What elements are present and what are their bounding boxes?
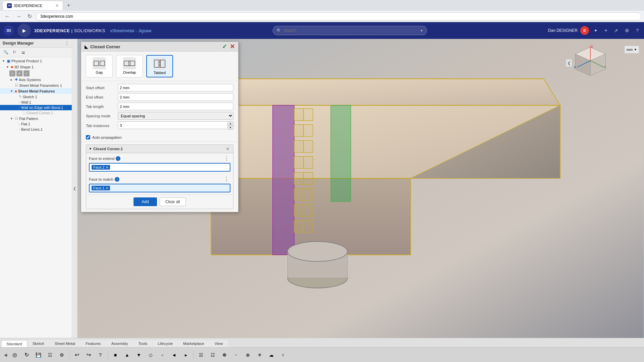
panel-collapse-button[interactable]: ❮ [72, 39, 77, 338]
toolbar-btn-help[interactable]: ? [95, 350, 106, 360]
cc-section-close-button[interactable]: ✕ [225, 146, 230, 152]
reload-button[interactable]: ↻ [25, 12, 34, 21]
tree-item[interactable]: ▫ Wall.1 [0, 100, 72, 105]
help-button[interactable]: ? [634, 26, 641, 35]
toolbar-btn-9[interactable]: ◇ [145, 350, 156, 360]
forward-button[interactable]: → [14, 12, 23, 21]
toolbar-btn-4[interactable]: ☷ [45, 350, 55, 360]
search-input[interactable] [284, 28, 418, 33]
panel-tool-1[interactable]: 🔍 [2, 49, 9, 56]
unit-dropdown[interactable]: mm ▼ [624, 46, 639, 54]
expand-icon[interactable]: ▼ [5, 65, 10, 69]
tree-item[interactable]: ► ✚ Axis Systems [0, 77, 72, 82]
toolbar-btn-undo[interactable]: ↩ [71, 350, 82, 360]
share-button[interactable]: ⇗ [612, 26, 620, 35]
dialog-titlebar[interactable]: ◣ Closed Corner ✓ ✕ [81, 42, 238, 52]
dialog-cancel-button[interactable]: ✕ [230, 44, 235, 50]
gap-type-button[interactable]: Gap [86, 55, 113, 77]
tab-standard[interactable]: Standard [1, 340, 27, 347]
start-offset-input[interactable] [118, 84, 233, 92]
face-to-extend-more-button[interactable]: ⋮ [222, 155, 230, 162]
panel-collapse-arrow[interactable]: ❮ [566, 59, 572, 67]
toolbar-btn-20[interactable]: ♀ [278, 350, 288, 360]
tab-view[interactable]: View [210, 340, 228, 347]
expand-icon[interactable]: ► [9, 77, 14, 82]
tabbed-type-button[interactable]: Tabbed [146, 55, 173, 77]
tab-lifecycle[interactable]: Lifecycle [153, 340, 178, 347]
auto-propagation-checkbox[interactable] [86, 135, 90, 139]
toolbar-btn-11[interactable]: ◄ [169, 350, 179, 360]
toolbar-btn-14[interactable]: ☷ [207, 350, 218, 360]
tab-instances-input[interactable] [118, 121, 228, 129]
tree-item[interactable]: ▫ Flat.1 [0, 121, 72, 127]
toolbar-btn-13[interactable]: ☵ [196, 350, 206, 360]
face-to-extend-info-icon[interactable]: i [116, 156, 120, 161]
toolbar-btn-16[interactable]: − [231, 350, 241, 360]
toolbar-expand-btn[interactable]: ◀ [3, 352, 8, 358]
user-avatar[interactable]: D [580, 26, 589, 35]
toolbar-btn-15[interactable]: ☸ [219, 350, 230, 360]
expand-icon[interactable]: ▼ [9, 116, 14, 121]
toolbar-btn-7[interactable]: ▲ [122, 350, 132, 360]
face-to-extend-input[interactable]: Face.2 ✕ [89, 163, 230, 172]
toolbar-btn-19[interactable]: ☁ [266, 350, 277, 360]
back-button[interactable]: ← [3, 12, 12, 21]
panel-tool-3[interactable]: ⚌ [19, 49, 27, 56]
app-media-controls[interactable]: ▶ [17, 24, 31, 37]
add-button[interactable]: Add [133, 197, 157, 206]
toolbar-btn-18[interactable]: ☀ [254, 350, 265, 360]
face-to-match-info-icon[interactable]: i [115, 177, 119, 182]
address-bar[interactable] [36, 12, 641, 20]
tree-item[interactable]: ▼ ▣ Physical Product 1 [0, 58, 72, 64]
face-to-match-more-button[interactable]: ⋮ [222, 176, 230, 182]
tree-item[interactable]: ▫ Bend Lines.1 [0, 127, 72, 132]
toolbar-btn-8[interactable]: ▼ [133, 350, 144, 360]
instances-up-button[interactable]: ▲ [228, 122, 233, 126]
search-dropdown-icon[interactable]: ▼ [420, 29, 423, 33]
end-offset-input[interactable] [118, 93, 233, 101]
cc-section-collapse-icon[interactable]: ▼ [89, 147, 92, 150]
compass-button[interactable]: ✦ [592, 26, 600, 35]
dialog-ok-button[interactable]: ✓ [222, 44, 227, 50]
tab-close-icon[interactable]: ✕ [55, 3, 59, 8]
tab-sheet-metal[interactable]: Sheet Metal [50, 340, 80, 347]
tree-item[interactable]: ▼ ☷ Flat Pattern [0, 116, 72, 121]
tree-item[interactable]: ✎ Sketch 1 [0, 94, 72, 100]
tree-item[interactable]: ☷ Sheet Metal Parameters 1 [0, 82, 72, 88]
face-1-remove-icon[interactable]: ✕ [106, 186, 108, 190]
toolbar-btn-2[interactable]: ↻ [21, 350, 32, 360]
expand-icon[interactable]: ▼ [9, 89, 14, 93]
new-tab-button[interactable]: + [65, 2, 72, 9]
face-to-match-input[interactable]: Face.1 ✕ [89, 184, 230, 192]
add-button[interactable]: + [602, 26, 609, 35]
tab-sketch[interactable]: Sketch [28, 340, 49, 347]
toolbar-btn-3[interactable]: 💾 [33, 350, 44, 360]
tab-marketplace[interactable]: Marketplace [178, 340, 209, 347]
toolbar-btn-10[interactable]: ▫ [157, 350, 168, 360]
overlap-type-button[interactable]: Overlap [116, 55, 143, 77]
spacing-mode-select[interactable]: Equal spacing Manual spacing [118, 112, 233, 120]
settings-button[interactable]: ⚙ [623, 26, 631, 35]
tab-length-input[interactable] [118, 103, 233, 110]
instances-down-button[interactable]: ▼ [228, 126, 233, 129]
clear-all-button[interactable]: Clear all [160, 197, 186, 206]
tree-item[interactable]: ▼ ■ Sheet Metal Features [0, 88, 72, 94]
toolbar-btn-12[interactable]: ▸ [180, 350, 191, 360]
panel-menu-button[interactable]: ⋮ [65, 41, 69, 46]
toolbar-btn-5[interactable]: ⚙ [56, 350, 67, 360]
toolbar-btn-6[interactable]: ■ [110, 350, 121, 360]
tree-item[interactable]: ░ Closed Corner.1 [0, 110, 72, 116]
toolbar-btn-1[interactable]: ◎ [9, 350, 20, 360]
toolbar-btn-redo[interactable]: ↪ [83, 350, 94, 360]
face-2-remove-icon[interactable]: ✕ [106, 166, 108, 169]
toolbar-btn-17[interactable]: ⊕ [243, 350, 253, 360]
tree-item[interactable]: ▼ ■ 3D Shape 1 [0, 64, 72, 70]
tab-tools[interactable]: Tools [133, 340, 152, 347]
browser-tab[interactable]: 3D 3DEXPERIENCE ✕ [3, 1, 63, 10]
tab-features[interactable]: Features [80, 340, 106, 347]
expand-icon[interactable]: ▼ [1, 59, 6, 63]
nav-cube-container[interactable]: ❮ Z Y X [574, 46, 610, 82]
tab-assembly[interactable]: Assembly [106, 340, 133, 347]
panel-tool-2[interactable]: ⚐ [11, 49, 18, 56]
tree-item[interactable]: ▫ Wall on Edge with Bend.1 [0, 105, 72, 110]
